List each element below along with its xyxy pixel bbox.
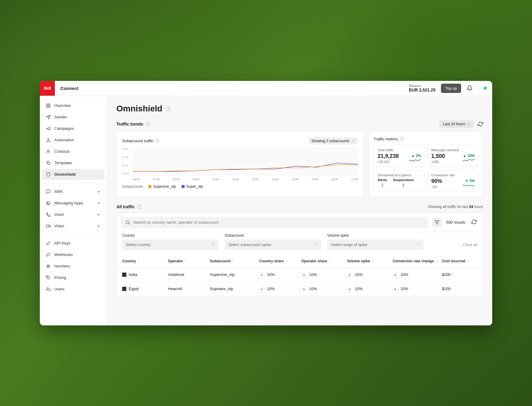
sidebar-item-video[interactable]: Video: [42, 221, 105, 232]
showing-subaccounts-select[interactable]: Showing 2 subaccounts: [308, 137, 358, 145]
chart-area: 03 M 02 M 01 M 0.5 M: [122, 148, 358, 181]
chevron-down-icon: [416, 243, 420, 246]
sort-icon: [232, 260, 235, 263]
chevron-down-icon: [96, 212, 101, 217]
sidebar-item-messaging-apps[interactable]: Messaging Apps: [42, 198, 105, 209]
th-cost-incurred[interactable]: Cost incurred: [442, 259, 477, 263]
legend-item-superone: Superone_otp: [148, 184, 176, 189]
sidebar-item-templates[interactable]: Templates: [42, 158, 105, 168]
x-tick: 08:00: [173, 178, 180, 181]
filter-icon: [435, 220, 439, 225]
help-icon[interactable]: ?: [400, 137, 404, 141]
clear-all-button[interactable]: Clear all: [463, 242, 477, 250]
sidebar-item-users[interactable]: Users: [42, 284, 105, 295]
filter-button[interactable]: [432, 218, 442, 227]
main-content: Omnishield ? Traffic trends ? Last 24 ho…: [107, 96, 492, 325]
traffic-metrics-card: Traffic metrics ? Total traffic 21,9,238…: [369, 132, 483, 197]
metrics-grid: Total traffic 21,9,238 +20,022 ▲ 2% Mess…: [374, 145, 478, 192]
sidebar-item-label: Messaging Apps: [54, 201, 83, 205]
trends-row: Subaccount traffic ? Showing 2 subaccoun…: [116, 132, 483, 197]
trend-up-icon: ▲: [259, 286, 264, 292]
table-row[interactable]: Egypt Hearcell Supratex_otp ▲10% ▲10% ▲1…: [117, 282, 483, 296]
trends-actions: Last 24 hours: [439, 120, 483, 128]
sidebar-item-api-keys[interactable]: API Keys: [42, 238, 105, 249]
y-tick: 0.5 M: [122, 172, 129, 175]
svg-point-13: [47, 287, 48, 289]
sidebar-item-webhooks[interactable]: Webhooks: [42, 249, 105, 260]
sidebar-item-contacts[interactable]: Contacts: [42, 146, 105, 157]
cell-operator: Vodafone: [168, 272, 207, 277]
filter-country: Country Select country: [122, 233, 219, 250]
notifications-icon[interactable]: [467, 85, 473, 91]
help-icon[interactable]: ?: [165, 106, 171, 111]
time-range-select[interactable]: Last 24 hours: [439, 120, 474, 128]
refresh-icon[interactable]: [478, 121, 483, 127]
filter-label: Subaccount: [225, 233, 321, 238]
flag-icon: [122, 287, 126, 291]
th-country-share[interactable]: Country share: [259, 259, 298, 263]
nodes-icon: [46, 138, 51, 142]
sidebar-item-overview[interactable]: Overview: [42, 100, 105, 111]
country-select[interactable]: Select country: [122, 239, 219, 250]
table-row[interactable]: India Vodafone Superone_otp ▲10% ▲10% ▲1…: [117, 268, 483, 282]
volume-spike-select[interactable]: Select range of spike: [327, 239, 424, 250]
sort-icon: [467, 260, 470, 263]
showing-label: Showing 2 subaccounts: [311, 139, 350, 143]
sidebar-item-label: Video: [54, 224, 64, 228]
filters-row: Country Select country Subaccount Select…: [116, 232, 483, 255]
series-superone-otp: [133, 165, 358, 171]
legend-text: Super_otp: [186, 184, 203, 189]
sidebar-item-omnishield[interactable]: Omnishield: [42, 169, 105, 180]
app-header: 8x8 Connect Balance EUR 2,521.25 Top up: [40, 81, 492, 96]
svg-rect-2: [46, 106, 48, 107]
search-row: 500 results: [116, 213, 483, 232]
sidebar-item-voice[interactable]: Voice: [42, 209, 105, 220]
th-subaccount[interactable]: Subaccount: [210, 259, 256, 263]
subaccount-select[interactable]: Select subaccount name: [225, 239, 321, 250]
refresh-button[interactable]: [470, 219, 479, 225]
topup-button[interactable]: Top up: [441, 84, 461, 93]
balance-label: Balance: [409, 84, 435, 88]
th-country[interactable]: Country: [122, 259, 165, 263]
th-operator[interactable]: Operator: [168, 259, 207, 263]
help-icon[interactable]: ?: [155, 139, 160, 143]
chart-legend: Subaccounts Superone_otp Super_otp: [122, 184, 358, 189]
chevron-down-icon: [96, 201, 101, 206]
search-input[interactable]: [134, 220, 424, 225]
sidebar-item-label: Omnishield: [54, 172, 76, 177]
help-icon[interactable]: ?: [137, 205, 141, 209]
chart-y-axis: 03 M 02 M 01 M 0.5 M: [122, 148, 129, 175]
cell-subaccount: Superone_otp: [210, 272, 256, 277]
chevron-down-icon: [467, 122, 470, 126]
sidebar-item-automation[interactable]: Automation: [42, 135, 105, 145]
sidebar-item-sms[interactable]: SMS: [42, 186, 105, 197]
sort-icon: [285, 260, 288, 263]
time-range-label: Last 24 hours: [443, 122, 465, 126]
select-placeholder: Select country: [126, 242, 150, 247]
svg-point-5: [47, 141, 48, 142]
cell-conversion: ▲10%: [393, 286, 439, 292]
page-title: Omnishield: [116, 104, 162, 113]
phone-icon: [46, 212, 51, 217]
table-header: Country Operator Subaccount Country shar…: [117, 255, 483, 268]
sidebar-item-label: Voice: [54, 212, 64, 217]
metric-label: Total traffic: [378, 148, 420, 152]
search-field[interactable]: [121, 217, 428, 228]
metric-total-traffic: Total traffic 21,9,238 +20,022 ▲ 2%: [374, 145, 424, 167]
help-icon[interactable]: ?: [146, 122, 150, 126]
th-conversion-rate[interactable]: Conversion rate change: [393, 259, 439, 263]
app-window: 8x8 Connect Balance EUR 2,521.25 Top up …: [40, 81, 492, 325]
th-operator-share[interactable]: Operator share: [301, 259, 344, 263]
svg-point-7: [47, 150, 49, 151]
glance-label: Suspensions: [393, 178, 413, 182]
svg-rect-10: [46, 225, 49, 227]
key-icon: [46, 241, 51, 246]
sparkline-icon: [463, 158, 475, 162]
sidebar-item-campaigns[interactable]: Campaigns: [42, 123, 105, 134]
sidebar-item-numbers[interactable]: Numbers: [42, 261, 105, 272]
sidebar-item-pricing[interactable]: Pricing: [42, 272, 105, 283]
sidebar-item-sender[interactable]: Sender: [42, 112, 105, 123]
x-tick: 14:00: [292, 178, 299, 181]
sidebar-item-label: Campaigns: [54, 126, 74, 131]
th-volume-spike[interactable]: Volume spike: [347, 259, 389, 263]
